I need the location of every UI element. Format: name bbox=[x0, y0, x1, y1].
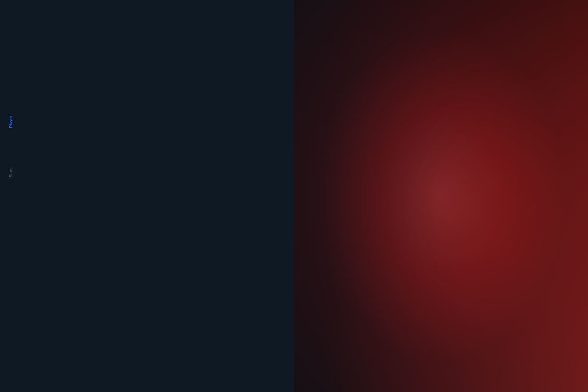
sidebar-stats-label: Stats bbox=[8, 168, 13, 178]
sidebar-player-label: Player bbox=[8, 116, 13, 128]
